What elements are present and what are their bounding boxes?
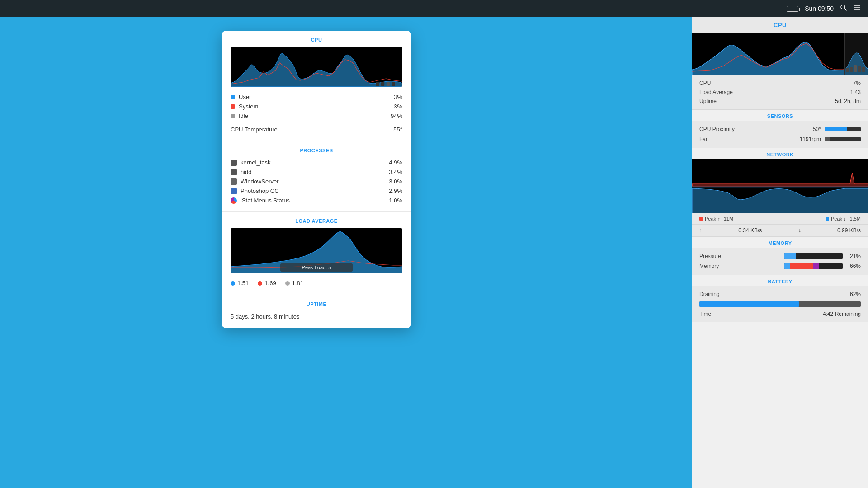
user-value: 3%: [394, 94, 402, 100]
peak-down-item: Peak ↓ 1.5M: [826, 216, 861, 221]
battery-bar-fill: [699, 301, 799, 307]
battery-title: BATTERY: [692, 275, 868, 286]
process-value-0: 4.9%: [389, 159, 402, 166]
process-icon-0: [231, 160, 237, 166]
draining-row: Draining 62%: [699, 290, 861, 299]
load-val-1: 1.69: [264, 280, 276, 286]
download-speed: 0.99 KB/s: [837, 227, 861, 234]
sidebar-uptime-label: Uptime: [699, 98, 717, 104]
system-stat: System 3%: [231, 102, 402, 111]
battery-bar-bg: [699, 301, 861, 307]
temp-value: 55°: [393, 126, 402, 133]
process-icon-4: [231, 197, 237, 204]
svg-rect-8: [387, 82, 390, 86]
process-name-0: kernel_task: [241, 159, 389, 166]
process-row-2: WindowServer 3.0%: [231, 177, 402, 186]
process-icon-1: [231, 169, 237, 175]
pressure-value: 21%: [846, 253, 861, 259]
load-dot-0: [231, 281, 235, 286]
process-name-2: WindowServer: [241, 178, 389, 185]
idle-label: Idle: [239, 113, 391, 119]
user-stat: User 3%: [231, 92, 402, 102]
memory-value: 66%: [846, 263, 861, 269]
peak-down-value: 1.5M: [850, 216, 861, 221]
peak-up-item: Peak ↑ 11M: [699, 216, 733, 221]
svg-rect-18: [858, 66, 861, 72]
sidebar-cpu-graph-main: [692, 33, 844, 75]
pressure-bar-bg: [784, 253, 843, 259]
temp-label: CPU Temperature: [231, 126, 278, 133]
process-row-1: hidd 3.4%: [231, 167, 402, 177]
process-row-0: kernel_task 4.9%: [231, 158, 402, 167]
load-graph: Peak Load: 5: [231, 228, 402, 273]
cpu-section: CPU User 3% System: [222, 31, 411, 141]
pressure-label: Pressure: [699, 253, 784, 259]
cpu-panel: CPU User 3% System: [222, 31, 411, 328]
svg-rect-9: [392, 82, 395, 86]
load-val-2: 1.81: [292, 280, 303, 286]
sensors-title: SENSORS: [692, 110, 868, 121]
cpu-title: CPU: [231, 37, 402, 42]
svg-line-1: [844, 9, 846, 10]
process-value-4: 1.0%: [389, 197, 402, 204]
load-averages: 1.51 1.69 1.81: [231, 278, 402, 288]
process-name-4: iStat Menus Status: [241, 197, 389, 204]
menu-icon[interactable]: [854, 4, 861, 13]
process-value-3: 2.9%: [389, 188, 402, 194]
sidebar-cpu-percent: 7%: [853, 80, 861, 86]
memory-section: Pressure 21% Memory 66%: [692, 248, 868, 275]
uptime-value: 5 days, 2 hours, 8 minutes: [231, 311, 402, 322]
cpu-graph: [231, 47, 402, 87]
cpu-proximity-row: CPU Proximity 50°: [699, 124, 861, 134]
load-average-title: LOAD AVERAGE: [231, 218, 402, 224]
memory-row: Memory 66%: [699, 261, 861, 271]
processes-section: PROCESSES kernel_task 4.9% hidd 3.4% Win…: [222, 141, 411, 212]
svg-rect-7: [381, 82, 384, 86]
system-dot: [231, 104, 235, 109]
sidebar-uptime-value: 5d, 2h, 8m: [835, 98, 861, 104]
load-dot-1: [258, 281, 262, 286]
idle-value: 94%: [391, 113, 402, 119]
network-title: NETWORK: [692, 148, 868, 159]
fan-bar-bg: [825, 137, 861, 141]
system-value: 3%: [394, 103, 402, 110]
process-name-1: hidd: [241, 169, 389, 175]
uptime-section: UPTIME 5 days, 2 hours, 8 minutes: [222, 295, 411, 328]
load-avg-2: 1.81: [285, 280, 303, 286]
fan-bar-fill: [825, 137, 830, 141]
sidebar-uptime-row: Uptime 5d, 2h, 8m: [699, 97, 861, 106]
memory-label: Memory: [699, 263, 784, 269]
sidebar-cpu-stats: CPU 7% Load Average 1.43 Uptime 5d, 2h, …: [692, 75, 868, 110]
load-val-0: 1.51: [237, 280, 249, 286]
uptime-title: UPTIME: [231, 301, 402, 307]
cpu-proximity-bar-bg: [825, 127, 861, 131]
user-label: User: [239, 94, 394, 100]
load-average-section: LOAD AVERAGE Peak Load: 5 1.51 1.69: [222, 212, 411, 295]
menubar-right: Sun 09:50: [787, 4, 861, 13]
process-value-1: 3.4%: [389, 169, 402, 175]
process-name-3: Photoshop CC: [241, 188, 389, 194]
processes-title: PROCESSES: [231, 148, 402, 153]
search-icon[interactable]: [840, 4, 847, 13]
sidebar-panel: CPU CPU 7% L: [692, 17, 868, 488]
sidebar-cpu-graph-thumb: [844, 33, 868, 75]
peak-down-dot: [826, 217, 829, 221]
sensors-section: CPU Proximity 50° Fan 1191rpm: [692, 121, 868, 148]
time-remaining: 4:42 Remaining: [823, 311, 861, 317]
memory-bar-bg: [784, 263, 843, 269]
fan-value: 1191rpm: [800, 136, 821, 142]
memory-title: MEMORY: [692, 237, 868, 248]
temp-row: CPU Temperature 55°: [231, 124, 402, 135]
process-icon-2: [231, 178, 237, 185]
fan-row: Fan 1191rpm: [699, 134, 861, 144]
peak-up-value: 11M: [724, 216, 733, 221]
network-graph: [692, 159, 868, 213]
battery-icon: [787, 6, 798, 12]
draining-label: Draining: [699, 291, 720, 297]
cpu-proximity-value: 50°: [813, 126, 821, 132]
cpu-proximity-label: CPU Proximity: [699, 126, 813, 132]
sidebar-load-label: Load Average: [699, 89, 733, 95]
user-dot: [231, 95, 235, 99]
load-avg-1: 1.69: [258, 280, 276, 286]
svg-rect-6: [376, 82, 379, 86]
